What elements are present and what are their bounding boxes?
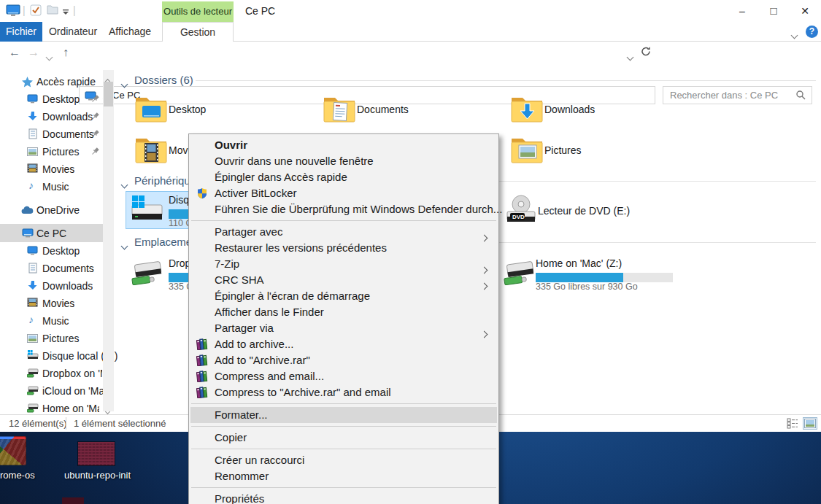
group-collapse-icon[interactable] [122, 177, 127, 190]
sidebar-item-movies[interactable]: Movies [0, 160, 102, 178]
sidebar-item-documents[interactable]: Documents [0, 125, 102, 143]
sidebar-item-music[interactable]: ♪ Music [0, 178, 102, 195]
svg-text:DVD: DVD [512, 214, 525, 220]
folder-tile-pictures[interactable]: Pictures [507, 134, 690, 168]
winrar-icon [196, 371, 208, 382]
sidebar-item-onedrive[interactable]: OneDrive [0, 201, 102, 219]
navigation-bar: ← → ↑ Ce PC Rechercher dans : Ce PC [0, 42, 821, 64]
drive-tools-header: Outils de lecteur [162, 1, 234, 22]
forward-icon[interactable]: → [28, 46, 39, 59]
qat-properties-button[interactable] [29, 4, 42, 20]
menu-item-partager-avec[interactable]: Partager avec [190, 224, 497, 240]
sidebar-item-downloads-pc[interactable]: Downloads [0, 277, 102, 295]
help-icon[interactable]: ? [806, 26, 818, 38]
tab-ordinateur[interactable]: Ordinateur [45, 22, 101, 42]
computer-icon [22, 228, 34, 240]
menu-item-compress-email[interactable]: Compress and email... [190, 368, 497, 384]
sidebar-item-dropbox-drive[interactable]: Dropbox on 'Ma [0, 365, 102, 382]
network-drive-icon [27, 386, 39, 398]
winrar-icon [196, 354, 208, 366]
qat-customize-button[interactable] [62, 6, 69, 19]
minimize-button[interactable]: – [726, 0, 758, 22]
menu-separator [191, 487, 496, 488]
menu-item-partager-via[interactable]: Partager via [190, 320, 497, 336]
downloads-folder-icon [511, 95, 543, 127]
folder-tile-desktop[interactable]: Desktop [131, 93, 314, 127]
desktop-icon-ubuntu-repo-init[interactable]: ubuntu-repo-init [73, 438, 124, 481]
menu-item-copier[interactable]: Copier [190, 430, 497, 446]
sidebar-item-local-disk-c[interactable]: Disque local (C:) [0, 347, 102, 365]
sidebar-item-pictures[interactable]: Pictures [0, 143, 102, 160]
menu-item-compress-rar-email[interactable]: Compress to "Archive.rar" and email [190, 384, 497, 400]
thumbnails-view-button[interactable] [803, 417, 817, 430]
desktop-icon [27, 246, 38, 257]
desktop-icon-label: ubuntu-repo-init [64, 470, 131, 481]
sidebar-item-music-pc[interactable]: ♪ Music [0, 312, 102, 330]
menu-item-activer-bitlocker[interactable]: Activer BitLocker [190, 185, 497, 201]
scrollbar-thumb[interactable] [104, 82, 113, 106]
menu-item-epingler-ecran-demarrage[interactable]: Épingler à l'écran de démarrage [190, 288, 497, 304]
expand-ribbon-icon[interactable] [792, 28, 797, 41]
group-header-folders[interactable]: Dossiers (6) [134, 74, 193, 88]
close-button[interactable]: ✕ [789, 0, 821, 22]
tab-fichier[interactable]: Fichier [0, 22, 42, 42]
group-collapse-icon[interactable] [122, 239, 127, 252]
tab-affichage[interactable]: Affichage [104, 22, 156, 42]
menu-item-ouvrir[interactable]: Ouvrir [190, 137, 497, 153]
menu-item-ouvrir-nouvelle-fenetre[interactable]: Ouvrir dans une nouvelle fenêtre [190, 153, 497, 169]
pin-icon [90, 112, 100, 123]
selection-count: 1 élément sélectionné [74, 418, 166, 429]
sidebar-item-quick-access[interactable]: Accès rapide [0, 73, 102, 90]
ubuntu-repo-thumbnail [78, 442, 115, 465]
desktop-icon-chrome-os[interactable]: rome-os [0, 436, 35, 480]
menu-item-epingler-acces-rapide[interactable]: Épingler dans Accès rapide [190, 169, 497, 185]
sidebar-item-movies-pc[interactable]: Movies [0, 295, 102, 312]
recent-locations-icon[interactable] [47, 50, 52, 63]
local-disk-icon [27, 350, 39, 363]
menu-item-7zip[interactable]: 7-Zip [190, 256, 497, 272]
menu-item-creer-raccourci[interactable]: Créer un raccourci [190, 452, 497, 468]
menu-item-afficher-finder[interactable]: Afficher dans le Finder [190, 304, 497, 320]
movies-icon [27, 298, 38, 309]
sidebar-item-documents-pc[interactable]: Documents [0, 260, 102, 277]
desktop-icon-label: rome-os [0, 470, 35, 481]
drive-tile-home-mac[interactable]: Home on 'Mac' (Z:) 335 Go libres sur 930… [498, 255, 681, 292]
details-view-button[interactable] [787, 418, 798, 431]
menu-item-windows-defender-scan[interactable]: Führen Sie die Überprüfung mit Windows D… [190, 201, 497, 217]
address-dropdown-icon[interactable] [628, 50, 633, 63]
up-icon[interactable]: ↑ [63, 46, 69, 59]
menu-item-crc-sha[interactable]: CRC SHA [190, 272, 497, 288]
sidebar-item-downloads[interactable]: Downloads [0, 108, 102, 125]
downloads-icon [28, 280, 38, 293]
qat-new-folder-button[interactable] [47, 4, 58, 18]
sidebar-item-desktop-pc[interactable]: Desktop [0, 242, 102, 260]
uac-shield-icon [196, 187, 208, 199]
sidebar-item-desktop[interactable]: Desktop [0, 90, 102, 108]
folder-tile-downloads[interactable]: Downloads [507, 93, 690, 127]
drive-tile-dvd[interactable]: DVD Lecteur de DVD (E:) [501, 192, 683, 228]
ribbon-tab-row: Fichier Ordinateur Affichage Gestion ? [0, 22, 821, 42]
winrar-icon [196, 338, 208, 350]
maximize-button[interactable]: □ [758, 0, 790, 22]
sidebar-item-ce-pc[interactable]: Ce PC [0, 224, 103, 242]
menu-item-renommer[interactable]: Renommer [190, 468, 497, 484]
pictures-folder-icon [511, 136, 543, 168]
refresh-icon[interactable] [641, 46, 651, 60]
pin-icon [90, 129, 100, 141]
sidebar-scrollbar[interactable] [103, 70, 114, 411]
search-icon[interactable] [795, 90, 806, 103]
group-collapse-icon[interactable] [122, 77, 127, 90]
qat-separator: | [23, 4, 26, 16]
sidebar-item-pictures-pc[interactable]: Pictures [0, 330, 102, 347]
menu-item-restaurer-versions[interactable]: Restaurer les versions précédentes [190, 240, 497, 256]
tab-gestion[interactable]: Gestion [162, 22, 234, 42]
back-icon[interactable]: ← [9, 46, 20, 59]
sidebar-item-icloud-drive[interactable]: iCloud on 'Mac' [0, 382, 102, 400]
desktop-folder-icon [135, 95, 167, 127]
menu-item-formater[interactable]: Formater... [190, 407, 497, 423]
menu-item-add-to-archive-rar[interactable]: Add to "Archive.rar" [190, 352, 497, 368]
menu-item-proprietes[interactable]: Propriétés [190, 491, 497, 504]
partial-desktop-icon [62, 497, 84, 504]
menu-item-add-to-archive[interactable]: Add to archive... [190, 336, 497, 352]
folder-tile-documents[interactable]: Documents [320, 93, 502, 127]
